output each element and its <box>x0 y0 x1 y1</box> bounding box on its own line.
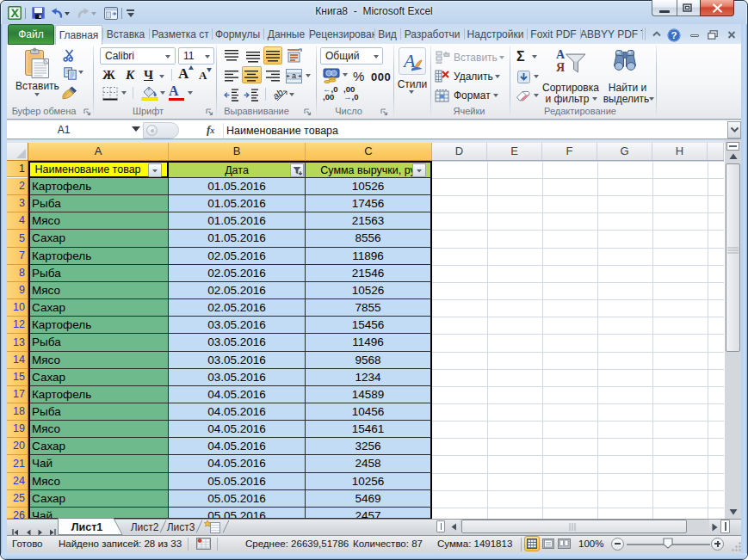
svg-text:?: ? <box>671 30 677 40</box>
svg-text:А: А <box>556 48 566 61</box>
svg-text:a: a <box>292 71 296 80</box>
svg-text:Я: Я <box>556 61 565 73</box>
